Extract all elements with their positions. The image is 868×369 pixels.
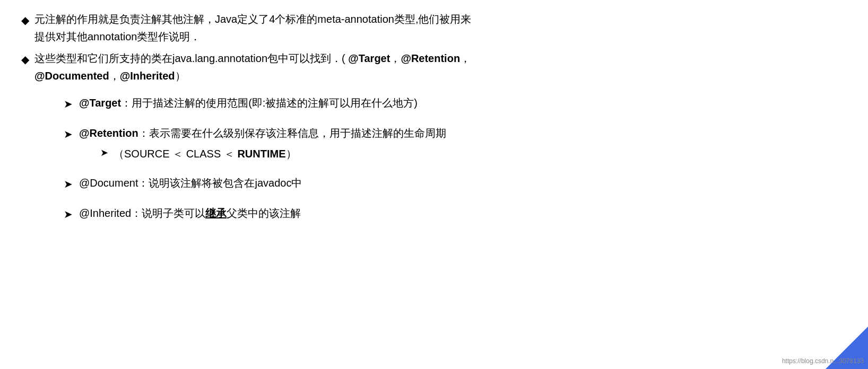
document-arrow-icon: ➤ bbox=[64, 175, 73, 193]
bullet-list: ◆ 元注解的作用就是负责注解其他注解，Java定义了4个标准的meta-anno… bbox=[21, 11, 844, 85]
retention-label: @Retention bbox=[79, 127, 138, 139]
bullet-text-1: 元注解的作用就是负责注解其他注解，Java定义了4个标准的meta-annota… bbox=[34, 11, 844, 46]
retention-text: @Retention：表示需要在什么级别保存该注释信息，用于描述注解的生命周期 … bbox=[79, 125, 844, 163]
target-label: @Target bbox=[79, 97, 121, 109]
runtime-label: RUNTIME bbox=[237, 148, 285, 160]
document-item: ➤ @Document：说明该注解将被包含在javadoc中 bbox=[64, 174, 844, 193]
retention-item: ➤ @Retention：表示需要在什么级别保存该注释信息，用于描述注解的生命周… bbox=[64, 125, 844, 163]
target-desc: 用于描述注解的使用范围(即:被描述的注解可以用在什么地方) bbox=[132, 97, 418, 109]
inherited-label: @Inherited bbox=[79, 207, 131, 219]
bullet-diamond-2: ◆ bbox=[21, 51, 29, 68]
inherited-text: @Inherited：说明子类可以继承父类中的该注解 bbox=[79, 205, 844, 222]
watermark: https://blog.csdn.n...3078133 bbox=[782, 357, 864, 365]
at-retention-ref: @Retention bbox=[401, 52, 460, 64]
retention-desc: 表示需要在什么级别保存该注释信息，用于描述注解的生命周期 bbox=[149, 127, 446, 139]
retention-colon: ： bbox=[138, 127, 149, 139]
target-item: ➤ @Target：用于描述注解的使用范围(即:被描述的注解可以用在什么地方) bbox=[64, 94, 844, 113]
at-inherited-ref: @Inherited bbox=[120, 70, 175, 82]
target-arrow-icon: ➤ bbox=[64, 95, 73, 113]
retention-arrow-icon: ➤ bbox=[64, 126, 73, 143]
at-documented-ref: @Documented bbox=[34, 70, 109, 82]
retention-sub-item: ➤ （SOURCE ＜ CLASS ＜ RUNTIME） bbox=[100, 145, 844, 163]
main-content: ◆ 元注解的作用就是负责注解其他注解，Java定义了4个标准的meta-anno… bbox=[21, 11, 844, 223]
inherited-desc-before: 说明子类可以 bbox=[142, 207, 205, 219]
bullet-item-1: ◆ 元注解的作用就是负责注解其他注解，Java定义了4个标准的meta-anno… bbox=[21, 11, 844, 46]
target-colon: ： bbox=[121, 97, 132, 109]
retention-sub-text: （SOURCE ＜ CLASS ＜ RUNTIME） bbox=[114, 145, 297, 163]
document-colon: ： bbox=[138, 177, 149, 189]
bullet-text-2: 这些类型和它们所支持的类在java.lang.annotation包中可以找到．… bbox=[34, 50, 844, 85]
bullet-diamond-1: ◆ bbox=[21, 12, 29, 29]
inherited-bold-inherit: 继承 bbox=[205, 207, 227, 219]
document-desc: 说明该注解将被包含在javadoc中 bbox=[149, 177, 302, 189]
retention-sub-arrow-icon: ➤ bbox=[100, 145, 108, 161]
inherited-item: ➤ @Inherited：说明子类可以继承父类中的该注解 bbox=[64, 205, 844, 223]
bullet-item-2: ◆ 这些类型和它们所支持的类在java.lang.annotation包中可以找… bbox=[21, 50, 844, 85]
inherited-arrow-icon: ➤ bbox=[64, 206, 73, 223]
indent-block: ➤ @Target：用于描述注解的使用范围(即:被描述的注解可以用在什么地方) … bbox=[64, 94, 844, 223]
inherited-colon: ： bbox=[131, 207, 142, 219]
target-text: @Target：用于描述注解的使用范围(即:被描述的注解可以用在什么地方) bbox=[79, 94, 844, 112]
at-target-ref: @Target bbox=[348, 52, 390, 64]
inherited-desc-after: 父类中的该注解 bbox=[227, 207, 301, 219]
document-label: @Document bbox=[79, 177, 138, 189]
document-text: @Document：说明该注解将被包含在javadoc中 bbox=[79, 174, 844, 192]
